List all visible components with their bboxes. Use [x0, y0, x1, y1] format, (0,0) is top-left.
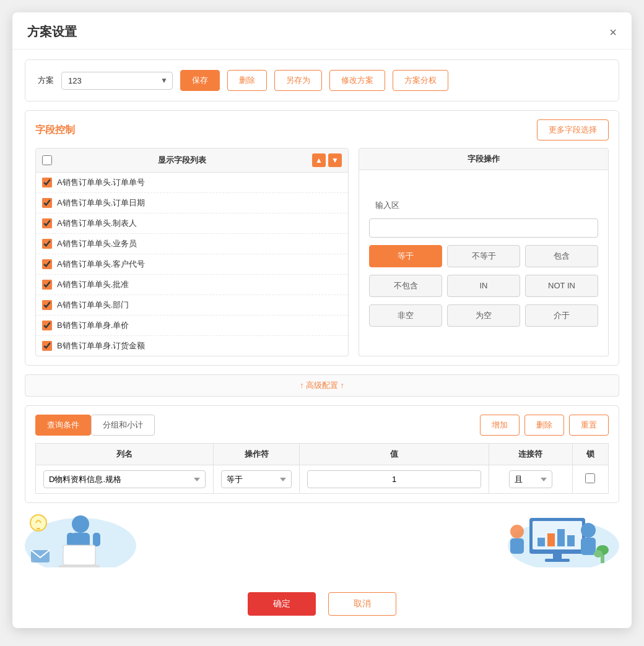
- field-checkbox[interactable]: [42, 280, 52, 290]
- illus-right-svg: [483, 512, 619, 567]
- tab-query-conditions[interactable]: 查询条件: [35, 415, 91, 436]
- contains-button[interactable]: 包含: [525, 245, 598, 267]
- svg-point-23: [510, 525, 524, 538]
- tab-group-subtotal[interactable]: 分组和小计: [91, 415, 155, 436]
- confirm-button[interactable]: 确定: [248, 592, 316, 616]
- field-checkbox[interactable]: [42, 178, 52, 187]
- svg-rect-19: [553, 554, 562, 559]
- reset-condition-button[interactable]: 重置: [569, 415, 609, 436]
- delete-scheme-button[interactable]: 删除: [227, 70, 267, 91]
- op-select[interactable]: 等于不等于包含不包含: [221, 470, 292, 488]
- field-ops-body: 输入区 等于 不等于 包含 不包含 IN NOT IN: [359, 170, 609, 356]
- query-section: 查询条件 分组和小计 增加 删除 重置 列名 操作符 值 连接符 锁: [25, 405, 619, 503]
- modify-scheme-button[interactable]: 修改方案: [329, 70, 385, 91]
- svg-rect-4: [93, 533, 100, 546]
- col-header-name: 列名: [36, 444, 214, 465]
- modal: 方案设置 × 方案 123 方案A 方案B ▼ 保存 删除 另存为 修改方案 方…: [12, 12, 632, 628]
- between-button[interactable]: 介于: [525, 304, 598, 327]
- field-list-item: B销售订单单身.单价: [36, 316, 348, 336]
- field-list-item: B销售订单单身.订货金额: [36, 336, 348, 356]
- illus-left-wrap: [25, 512, 149, 567]
- field-content: 显示字段列表 ▲ ▼ A销售订单单头.订单单号A销售订单单头.订单日期A销售订单…: [35, 148, 609, 356]
- move-up-button[interactable]: ▲: [312, 153, 326, 167]
- svg-rect-10: [37, 528, 40, 530]
- field-checkbox[interactable]: [42, 321, 52, 330]
- select-all-checkbox[interactable]: [42, 155, 52, 165]
- ops-buttons-row2: 不包含 IN NOT IN: [369, 275, 598, 297]
- field-name-label: B销售订单单身.订货金额: [57, 340, 145, 351]
- delete-condition-button[interactable]: 删除: [524, 415, 564, 436]
- query-action-buttons: 增加 删除 重置: [480, 415, 609, 436]
- field-checkbox[interactable]: [42, 239, 52, 249]
- connect-select[interactable]: 且或: [509, 470, 552, 488]
- ops-input[interactable]: [369, 218, 598, 238]
- query-tabs: 查询条件 分组和小计: [35, 415, 155, 436]
- not-in-button[interactable]: NOT IN: [525, 275, 598, 297]
- field-checkbox[interactable]: [42, 218, 52, 228]
- scheme-select-wrap: 123 方案A 方案B ▼: [61, 72, 173, 90]
- col-name-select[interactable]: D物料资料信息.规格A销售订单单头.订单单号: [43, 470, 206, 488]
- not-equals-button[interactable]: 不等于: [447, 245, 520, 267]
- move-down-button[interactable]: ▼: [328, 153, 342, 167]
- advanced-config-bar[interactable]: ↑ 高级配置 ↑: [25, 374, 619, 397]
- modal-header: 方案设置 ×: [12, 12, 632, 50]
- field-checkbox[interactable]: [42, 300, 52, 310]
- scheme-label: 方案: [38, 75, 54, 86]
- field-name-label: A销售订单单头.客户代号: [57, 259, 145, 270]
- illustration-area: [25, 512, 619, 574]
- col-header-connect: 连接符: [489, 444, 572, 465]
- field-checkbox[interactable]: [42, 259, 52, 269]
- input-area-label: 输入区: [375, 200, 399, 211]
- field-list-header-label: 显示字段列表: [57, 155, 307, 166]
- query-connect-cell: 且或: [489, 465, 572, 494]
- query-table-row: D物料资料信息.规格A销售订单单头.订单单号等于不等于包含不包含且或: [36, 465, 609, 494]
- field-checkbox[interactable]: [42, 198, 52, 208]
- ops-buttons-row1: 等于 不等于 包含: [369, 245, 598, 267]
- field-section-header: 字段控制 更多字段选择: [35, 119, 609, 140]
- field-name-label: A销售订单单头.订单日期: [57, 197, 145, 209]
- query-col-name-cell: D物料资料信息.规格A销售订单单头.订单单号: [36, 465, 214, 494]
- field-list-item: A销售订单单头.业务员: [36, 234, 348, 254]
- field-checkbox[interactable]: [42, 341, 52, 351]
- svg-rect-18: [567, 535, 575, 546]
- svg-rect-20: [545, 559, 570, 562]
- field-list-header: 显示字段列表 ▲ ▼: [36, 149, 348, 173]
- scheme-select[interactable]: 123 方案A 方案B: [61, 72, 173, 90]
- equals-button[interactable]: 等于: [369, 245, 442, 267]
- field-ops-header: 字段操作: [359, 148, 609, 170]
- field-list-item: A销售订单单头.订单单号: [36, 173, 348, 193]
- lock-checkbox[interactable]: [585, 473, 595, 483]
- svg-rect-15: [537, 538, 545, 546]
- field-section-title: 字段控制: [35, 124, 75, 137]
- save-scheme-button[interactable]: 保存: [180, 70, 220, 91]
- svg-rect-3: [67, 533, 74, 546]
- not-contains-button[interactable]: 不包含: [369, 275, 442, 297]
- cancel-button[interactable]: 取消: [328, 592, 396, 616]
- field-list-item: A销售订单单头.部门: [36, 295, 348, 316]
- null-button[interactable]: 为空: [447, 304, 520, 327]
- value-input[interactable]: [307, 470, 481, 488]
- field-name-label: A销售订单单头.业务员: [57, 238, 137, 249]
- ops-buttons-row3: 非空 为空 介于: [369, 304, 598, 327]
- field-section: 字段控制 更多字段选择 显示字段列表 ▲ ▼ A销: [25, 110, 619, 366]
- query-lock-cell: [572, 465, 608, 494]
- more-fields-button[interactable]: 更多字段选择: [537, 119, 609, 140]
- not-null-button[interactable]: 非空: [369, 304, 442, 327]
- close-button[interactable]: ×: [609, 26, 617, 38]
- field-name-label: B销售订单单身.单价: [57, 320, 129, 331]
- modal-footer: 确定 取消: [12, 584, 632, 628]
- field-list-item: A销售订单单头.订单日期: [36, 193, 348, 213]
- arrow-buttons: ▲ ▼: [312, 153, 342, 167]
- col-header-op: 操作符: [214, 444, 300, 465]
- save-as-scheme-button[interactable]: 另存为: [274, 70, 322, 91]
- query-op-cell: 等于不等于包含不包含: [214, 465, 300, 494]
- query-table: 列名 操作符 值 连接符 锁 D物料资料信息.规格A销售订单单头.订单单号等于不…: [35, 443, 609, 494]
- field-list-item: A销售订单单头.客户代号: [36, 254, 348, 275]
- field-name-label: A销售订单单头.批准: [57, 279, 129, 290]
- field-list-panel: 显示字段列表 ▲ ▼ A销售订单单头.订单单号A销售订单单头.订单日期A销售订单…: [35, 148, 349, 356]
- add-condition-button[interactable]: 增加: [480, 415, 520, 436]
- modal-body: 方案 123 方案A 方案B ▼ 保存 删除 另存为 修改方案 方案分权 字段控…: [12, 50, 632, 584]
- illus-right-wrap: [483, 512, 619, 567]
- in-button[interactable]: IN: [447, 275, 520, 297]
- permission-scheme-button[interactable]: 方案分权: [393, 70, 448, 91]
